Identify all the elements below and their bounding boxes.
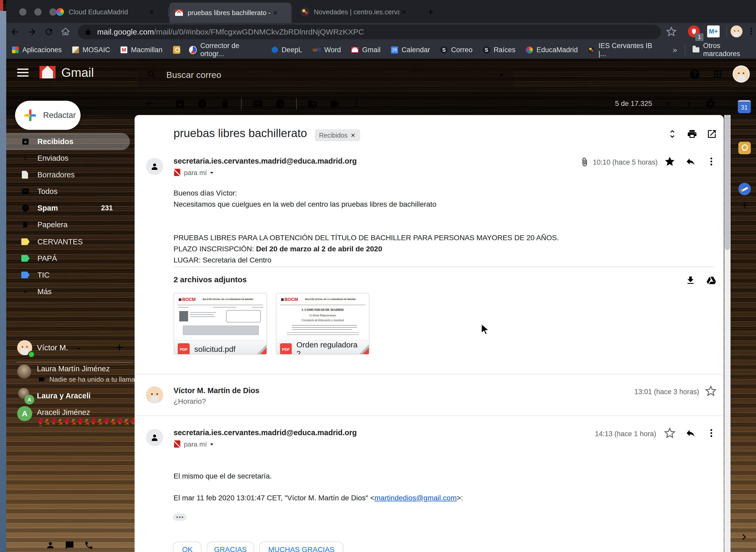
more-actions-icon[interactable] <box>351 99 362 109</box>
tasks-addon-icon[interactable] <box>738 183 751 195</box>
recipient-caret-icon[interactable] <box>208 169 216 176</box>
smart-reply-muchas-gracias[interactable]: MUCHAS GRACIAS <box>259 542 343 552</box>
download-all-icon[interactable] <box>685 275 696 286</box>
show-trimmed-content-button[interactable] <box>173 514 187 521</box>
omnibox[interactable]: mail.google.com/mail/u/0/#inbox/FMfcgxwG… <box>78 25 661 39</box>
forward-icon[interactable] <box>27 27 37 37</box>
message-more-icon[interactable] <box>706 428 717 438</box>
sidebar-item-mas[interactable]: Más <box>6 284 130 300</box>
sidebar-item-recibidos[interactable]: Recibidos <box>6 133 130 150</box>
star-icon[interactable] <box>664 156 675 167</box>
settings-gear-icon[interactable] <box>705 98 716 110</box>
bookmark-deepl[interactable]: DeepL <box>272 46 302 54</box>
report-spam-icon[interactable] <box>197 99 207 109</box>
message-sender[interactable]: Víctor M. Martín de Dios <box>174 386 259 395</box>
bookmark-other-folder[interactable]: Otros marcadores <box>692 42 756 58</box>
print-icon[interactable] <box>687 129 697 139</box>
sender-avatar[interactable] <box>146 429 163 446</box>
bookmark-corrector[interactable]: Corrector de ortogr... <box>189 42 261 58</box>
contact-name[interactable]: Laura Martín Jiménez <box>37 365 110 373</box>
bookmark-gmail[interactable]: Gmail <box>351 46 381 54</box>
quoted-email-link[interactable]: martindedios@gmail.com <box>374 494 456 502</box>
sender-avatar-victor[interactable] <box>146 386 163 404</box>
expand-all-icon[interactable] <box>667 129 677 139</box>
tab-active-gmail[interactable]: pruebas libres bachillerato - mar <box>170 3 292 23</box>
hangouts-user-name[interactable]: Víctor M. <box>37 343 68 352</box>
attachment-card-orden[interactable]: BOCM BOLETÍN OFICIAL DE LA COMUNIDAD DE … <box>276 293 369 355</box>
back-icon[interactable] <box>10 27 20 37</box>
mark-unread-icon[interactable] <box>252 99 263 109</box>
back-to-inbox-icon[interactable] <box>144 98 155 109</box>
search-options-caret-icon[interactable] <box>496 69 507 81</box>
bookmark-word[interactable]: wR Word <box>313 46 341 54</box>
profile-avatar[interactable] <box>731 25 743 37</box>
sidebar-label-papa[interactable]: PAPÁ <box>6 250 130 266</box>
contacts-tab-icon[interactable] <box>46 541 55 550</box>
bookmarks-overflow-chevron[interactable]: » <box>673 45 677 54</box>
archive-icon[interactable] <box>175 99 185 109</box>
contact-avatar-laura[interactable] <box>17 365 31 379</box>
bookmark-macmillan[interactable]: M Macmillan <box>121 46 163 54</box>
collapse-panel-chevron-icon[interactable] <box>738 531 750 543</box>
save-to-drive-icon[interactable] <box>706 275 717 286</box>
new-tab-button[interactable] <box>427 8 435 16</box>
reload-icon[interactable] <box>44 27 53 36</box>
sidebar-item-borradores[interactable]: Borradores <box>6 167 130 183</box>
tab-cloud-educamadrid[interactable]: Cloud EducaMadrid <box>51 4 165 20</box>
compose-button[interactable]: Redactar <box>15 101 81 130</box>
bookmark-raices[interactable]: S Raíces <box>483 46 516 54</box>
contact-name[interactable]: Araceli Jiménez <box>37 408 90 417</box>
hangouts-user-caret-icon[interactable] <box>74 344 83 353</box>
smart-reply-gracias[interactable]: GRACIAS <box>207 542 254 552</box>
conversations-tab-icon[interactable] <box>65 541 74 550</box>
sidebar-label-tic[interactable]: TIC <box>6 267 130 283</box>
account-avatar[interactable] <box>733 65 750 83</box>
open-in-new-icon[interactable] <box>707 129 717 139</box>
sender-avatar[interactable] <box>146 158 163 175</box>
reply-icon[interactable] <box>685 156 696 167</box>
newer-chevron-icon[interactable] <box>663 99 673 109</box>
bookmark-bulb[interactable] <box>173 46 180 54</box>
sidebar-item-papelera[interactable]: Papelera <box>6 217 130 233</box>
recipient-label[interactable]: para mí <box>184 440 207 448</box>
tab-close-icon[interactable] <box>272 10 279 16</box>
message-snippet[interactable]: ¿Horario? <box>174 397 206 406</box>
bookmark-correo[interactable]: S Correo <box>440 46 472 54</box>
search-icon[interactable] <box>147 70 157 80</box>
bookmark-educamadrid[interactable]: EducaMadrid <box>526 46 578 54</box>
phone-tab-icon[interactable] <box>84 541 94 550</box>
reply-icon[interactable] <box>685 428 696 438</box>
tab-close-icon[interactable] <box>401 9 407 15</box>
search-bar[interactable]: Buscar correo <box>138 62 513 87</box>
sidebar-label-cervantes[interactable]: CERVANTES <box>6 234 130 250</box>
sidebar-item-todos[interactable]: Todos <box>6 183 130 199</box>
recipient-caret-icon[interactable] <box>208 440 216 448</box>
hamburger-menu-icon[interactable] <box>17 68 28 78</box>
calendar-addon-icon[interactable]: 31 <box>738 100 751 113</box>
movistar-extension-icon[interactable]: M+ <box>707 25 720 37</box>
apps-grid-icon[interactable] <box>712 68 723 80</box>
scrollbar-thumb[interactable] <box>725 115 730 250</box>
recipient-label[interactable]: para mí <box>184 169 207 177</box>
message-more-icon[interactable] <box>706 156 717 167</box>
bookmark-ies-cervantes[interactable]: IES Cervantes IB |... <box>588 42 658 58</box>
attachment-card-solicitud[interactable]: BOCM BOLETÍN OFICIAL DE LA COMUNIDAD DE … <box>174 293 267 355</box>
bookmark-mosaic[interactable]: MOSAIC <box>72 46 110 54</box>
smart-reply-ok[interactable]: OK <box>173 542 202 552</box>
home-icon[interactable] <box>61 27 70 36</box>
move-to-icon[interactable] <box>307 99 317 109</box>
hangouts-new-chat-icon[interactable] <box>114 342 125 353</box>
sidebar-item-spam[interactable]: Spam 231 <box>6 200 130 216</box>
older-chevron-icon[interactable] <box>684 99 694 109</box>
message-sender[interactable]: secretaria.ies.cervantes.madrid@educa.ma… <box>174 157 357 165</box>
help-icon[interactable] <box>689 68 700 80</box>
bookmark-calendar[interactable]: 28 Calendar <box>391 46 430 54</box>
sidebar-item-enviados[interactable]: Enviados <box>6 150 130 166</box>
remove-label-icon[interactable] <box>350 132 356 138</box>
chrome-menu-icon[interactable] <box>747 26 756 36</box>
snooze-icon[interactable] <box>275 99 285 109</box>
add-addon-icon[interactable] <box>739 200 750 211</box>
star-outline-icon[interactable] <box>664 427 675 439</box>
message-sender[interactable]: secretaria.ies.cervantes.madrid@educa.ma… <box>174 428 357 437</box>
keep-addon-icon[interactable] <box>738 142 751 154</box>
